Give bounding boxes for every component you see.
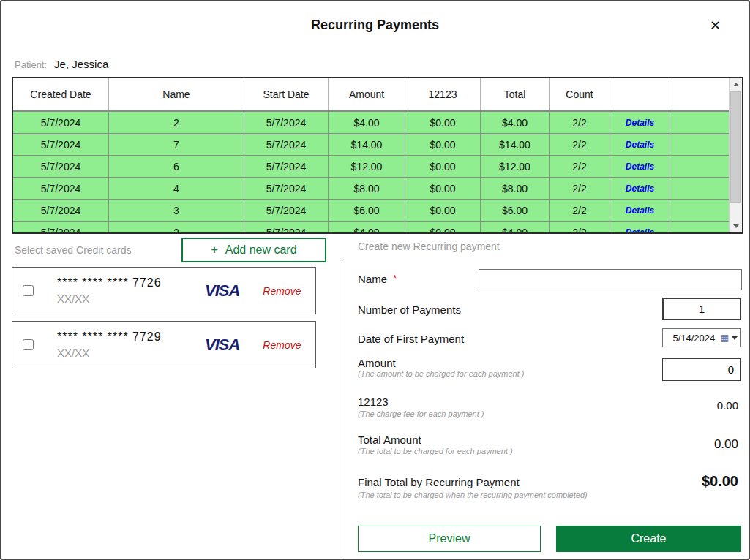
cell-fee: $0.00 bbox=[405, 156, 481, 177]
num-payments-input[interactable] bbox=[662, 298, 741, 320]
remove-card-link[interactable]: Remove bbox=[263, 285, 301, 297]
table-row[interactable]: 5/7/2024 4 5/7/2024 $8.00 $0.00 $8.00 2/… bbox=[13, 178, 729, 200]
details-link[interactable]: Details bbox=[626, 183, 654, 194]
cell-total: $6.00 bbox=[481, 200, 550, 221]
fee-value: 0.00 bbox=[717, 399, 738, 412]
table-row[interactable]: 5/7/2024 6 5/7/2024 $12.00 $0.00 $12.00 … bbox=[13, 156, 729, 178]
cell-total: $4.00 bbox=[481, 112, 550, 133]
cell-fee: $0.00 bbox=[405, 200, 481, 221]
card-number: **** **** **** 7726 bbox=[57, 276, 196, 290]
cell-fee: $0.00 bbox=[405, 178, 481, 199]
cell-spacer bbox=[670, 200, 729, 221]
cell-amount: $4.00 bbox=[329, 222, 405, 232]
total-amount-value: 0.00 bbox=[714, 437, 738, 452]
cell-count: 2/2 bbox=[550, 112, 610, 133]
details-link[interactable]: Details bbox=[626, 140, 654, 150]
cell-created-date: 5/7/2024 bbox=[13, 112, 109, 133]
cell-spacer bbox=[670, 134, 729, 155]
cell-total: $8.00 bbox=[481, 178, 550, 199]
visa-logo: VISA bbox=[205, 336, 239, 355]
cell-amount: $8.00 bbox=[329, 178, 405, 199]
recurring-payments-table: Created Date Name Start Date Amount 1212… bbox=[12, 77, 743, 234]
cell-fee: $0.00 bbox=[405, 222, 481, 232]
table-row[interactable]: 5/7/2024 2 5/7/2024 $4.00 $0.00 $4.00 2/… bbox=[13, 222, 729, 232]
cell-name: 4 bbox=[109, 178, 244, 199]
header-amount: Amount bbox=[329, 78, 405, 110]
final-total-note: (The total to be charged when the recurr… bbox=[358, 491, 588, 499]
amount-input[interactable] bbox=[662, 358, 741, 381]
add-card-label: Add new card bbox=[225, 243, 297, 257]
details-link[interactable]: Details bbox=[626, 162, 654, 172]
cell-start-date: 5/7/2024 bbox=[244, 200, 329, 221]
cell-created-date: 5/7/2024 bbox=[13, 222, 109, 232]
patient-row: Patient:Je, Jessica bbox=[15, 58, 108, 70]
table-row[interactable]: 5/7/2024 2 5/7/2024 $4.00 $0.00 $4.00 2/… bbox=[13, 112, 729, 134]
cell-spacer bbox=[670, 112, 729, 133]
cell-total: $4.00 bbox=[481, 222, 550, 232]
cell-amount: $6.00 bbox=[329, 200, 405, 221]
recurring-payments-dialog: Recurring Payments ✕ Patient:Je, Jessica… bbox=[0, 0, 750, 560]
chevron-down-icon bbox=[732, 336, 738, 340]
name-input[interactable] bbox=[479, 269, 742, 290]
table-row[interactable]: 5/7/2024 3 5/7/2024 $6.00 $0.00 $6.00 2/… bbox=[13, 200, 729, 222]
first-payment-date-label: Date of First Payment bbox=[358, 333, 464, 345]
card-checkbox[interactable] bbox=[23, 285, 34, 296]
cell-start-date: 5/7/2024 bbox=[244, 178, 329, 199]
cell-fee: $0.00 bbox=[405, 112, 481, 133]
cell-created-date: 5/7/2024 bbox=[13, 134, 109, 155]
cell-count: 2/2 bbox=[550, 200, 610, 221]
cell-name: 7 bbox=[109, 134, 244, 155]
cell-name: 2 bbox=[109, 222, 244, 232]
header-spacer bbox=[670, 78, 729, 110]
final-total-label: Final Total by Recurring Payment bbox=[358, 476, 520, 488]
page-title: Recurring Payments bbox=[1, 18, 749, 33]
details-link[interactable]: Details bbox=[626, 205, 654, 216]
cell-spacer bbox=[670, 222, 729, 232]
cell-start-date: 5/7/2024 bbox=[244, 222, 329, 232]
details-link[interactable]: Details bbox=[626, 118, 654, 128]
card-expiry: XX/XX bbox=[57, 347, 196, 359]
cell-count: 2/2 bbox=[550, 156, 610, 177]
cell-created-date: 5/7/2024 bbox=[13, 178, 109, 199]
scroll-down-icon[interactable] bbox=[730, 220, 742, 232]
table-scrollbar[interactable] bbox=[729, 78, 742, 232]
saved-card-item: **** **** **** 7726 XX/XX VISA Remove bbox=[12, 267, 316, 314]
cell-name: 3 bbox=[109, 200, 244, 221]
scrollbar-thumb[interactable] bbox=[730, 91, 741, 203]
patient-name: Je, Jessica bbox=[54, 58, 108, 70]
cell-count: 2/2 bbox=[550, 134, 610, 155]
cell-start-date: 5/7/2024 bbox=[244, 134, 329, 155]
scroll-up-icon[interactable] bbox=[730, 78, 742, 91]
first-payment-date-picker[interactable]: 5/14/2024 ▦ bbox=[662, 328, 741, 347]
close-icon[interactable]: ✕ bbox=[710, 18, 721, 33]
card-checkbox[interactable] bbox=[23, 339, 34, 350]
calendar-icon: ▦ bbox=[721, 333, 729, 342]
cell-amount: $14.00 bbox=[329, 134, 405, 155]
total-amount-label: Total Amount bbox=[358, 434, 421, 446]
cell-created-date: 5/7/2024 bbox=[13, 200, 109, 221]
create-section-label: Create new Recurring payment bbox=[358, 241, 500, 252]
patient-label: Patient: bbox=[15, 59, 47, 70]
fee-label: 12123 bbox=[358, 396, 389, 408]
amount-note: (The amount to be charged for each payme… bbox=[358, 369, 524, 378]
header-start-date: Start Date bbox=[244, 78, 329, 110]
visa-logo: VISA bbox=[205, 281, 239, 300]
saved-card-item: **** **** **** 7729 XX/XX VISA Remove bbox=[12, 321, 316, 368]
cell-amount: $4.00 bbox=[329, 112, 405, 133]
table-row[interactable]: 5/7/2024 7 5/7/2024 $14.00 $0.00 $14.00 … bbox=[13, 134, 729, 156]
header-created-date: Created Date bbox=[13, 78, 109, 110]
cell-count: 2/2 bbox=[550, 222, 610, 232]
add-new-card-button[interactable]: + Add new card bbox=[181, 238, 326, 262]
saved-cards-section-label: Select saved Credit cards bbox=[15, 244, 132, 256]
details-link[interactable]: Details bbox=[626, 227, 654, 233]
card-number: **** **** **** 7729 bbox=[57, 330, 196, 344]
preview-button[interactable]: Preview bbox=[358, 526, 541, 552]
header-count: Count bbox=[550, 78, 610, 110]
create-button[interactable]: Create bbox=[556, 526, 741, 552]
cell-amount: $12.00 bbox=[329, 156, 405, 177]
header-name: Name bbox=[109, 78, 244, 110]
section-divider bbox=[342, 259, 342, 560]
cell-start-date: 5/7/2024 bbox=[244, 112, 329, 133]
remove-card-link[interactable]: Remove bbox=[263, 339, 301, 351]
header-total: Total bbox=[481, 78, 550, 110]
